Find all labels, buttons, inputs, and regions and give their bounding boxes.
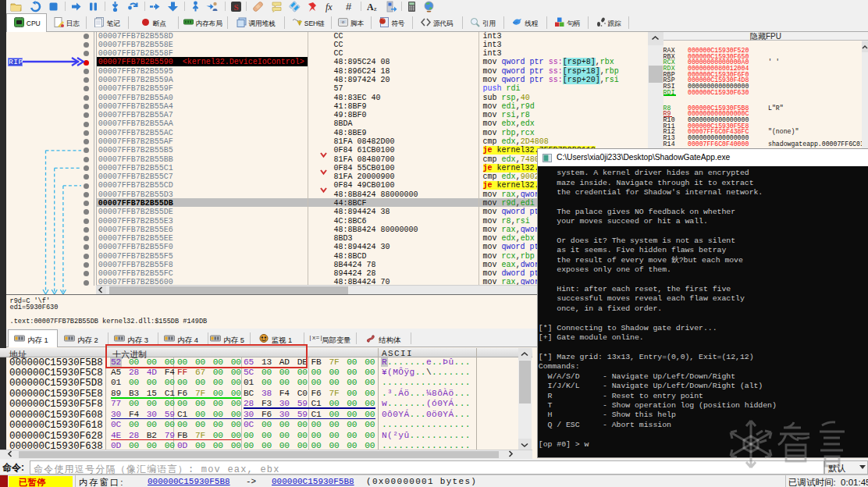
svg-text:o: o xyxy=(342,20,344,24)
svg-text:A: A xyxy=(367,1,374,12)
svg-text:S: S xyxy=(233,2,238,11)
svg-text:z: z xyxy=(374,5,377,12)
svg-text:!: ! xyxy=(299,21,300,26)
svg-text:#: # xyxy=(346,1,352,12)
svg-text:fx: fx xyxy=(326,1,333,12)
